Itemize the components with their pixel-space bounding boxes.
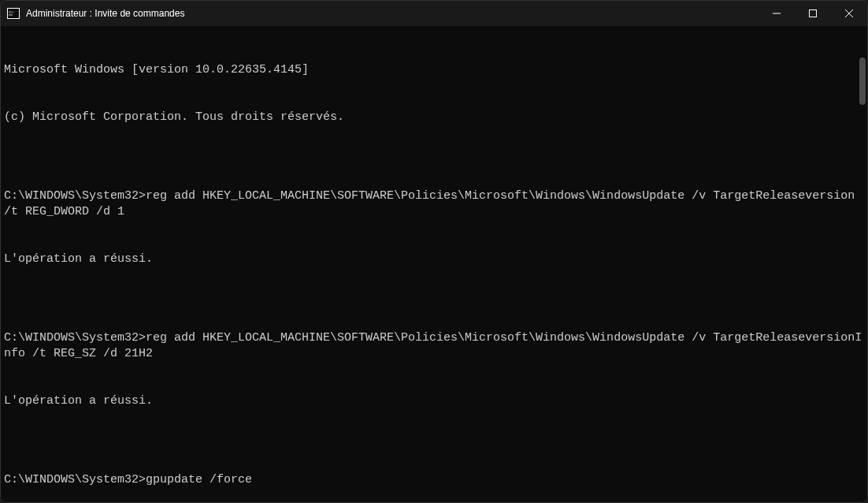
terminal-body[interactable]: Microsoft Windows [version 10.0.22635.41… bbox=[1, 26, 867, 502]
titlebar[interactable]: C:\ Administrateur : Invite de commandes bbox=[1, 1, 867, 26]
minimize-button[interactable] bbox=[759, 1, 795, 26]
terminal-line: C:\WINDOWS\System32>gpupdate /force bbox=[4, 472, 864, 488]
scrollbar-thumb[interactable] bbox=[859, 58, 866, 105]
terminal-line: L'opération a réussi. bbox=[4, 393, 864, 409]
command-prompt-window: C:\ Administrateur : Invite de commandes bbox=[0, 0, 868, 503]
titlebar-controls bbox=[759, 1, 867, 26]
terminal-line: C:\WINDOWS\System32>reg add HKEY_LOCAL_M… bbox=[4, 330, 864, 362]
terminal-line: Microsoft Windows [version 10.0.22635.41… bbox=[4, 62, 864, 78]
svg-rect-4 bbox=[810, 10, 817, 17]
maximize-button[interactable] bbox=[795, 1, 831, 26]
terminal-line: (c) Microsoft Corporation. Tous droits r… bbox=[4, 110, 864, 125]
window-title: Administrateur : Invite de commandes bbox=[26, 8, 184, 19]
titlebar-left: C:\ Administrateur : Invite de commandes bbox=[7, 7, 184, 20]
terminal-content: Microsoft Windows [version 10.0.22635.41… bbox=[4, 31, 864, 502]
svg-text:C:\: C:\ bbox=[9, 10, 15, 14]
cmd-icon: C:\ bbox=[7, 7, 20, 20]
terminal-line: L'opération a réussi. bbox=[4, 251, 864, 267]
terminal-line: C:\WINDOWS\System32>reg add HKEY_LOCAL_M… bbox=[4, 188, 864, 220]
close-button[interactable] bbox=[831, 1, 867, 26]
